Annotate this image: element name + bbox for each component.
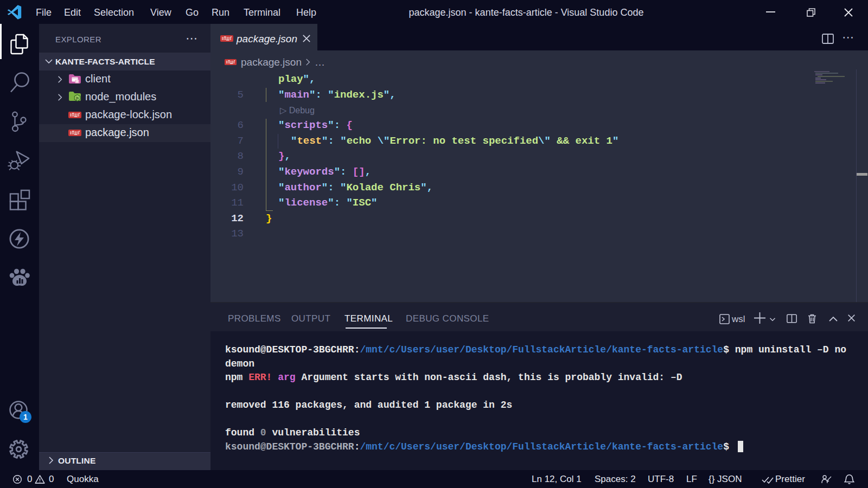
svg-text:js: js [75,96,79,100]
